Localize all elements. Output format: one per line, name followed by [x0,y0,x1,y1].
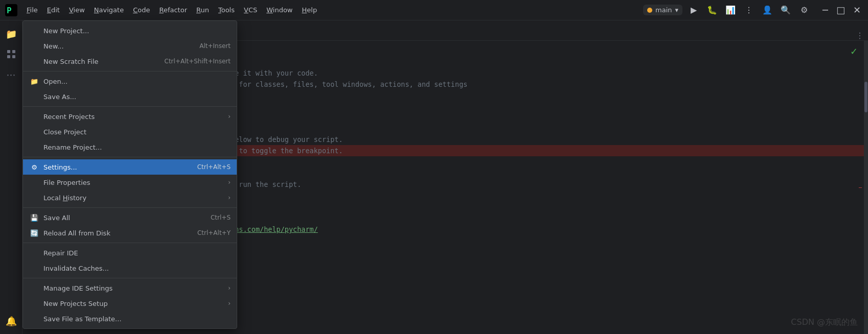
new-scratch-shortcut: Ctrl+Alt+Shift+Insert [165,58,231,65]
minimize-button[interactable]: ─ [819,5,831,15]
vertical-scrollbar[interactable] [864,41,868,334]
menu-file[interactable]: File [22,4,42,16]
menu-item-rename-project[interactable]: Rename Project... [23,139,237,155]
scrollbar-thumb[interactable] [864,82,867,112]
menu-item-file-properties[interactable]: File Properties › [23,175,237,190]
close-button[interactable]: ✕ [850,5,864,15]
run-button[interactable]: ▶ [687,3,701,17]
open-label: Open... [43,78,231,85]
save-file-as-template-icon [29,314,39,324]
account-button[interactable]: 👤 [760,3,774,17]
menu-item-local-history[interactable]: Local History › [23,190,237,205]
menu-tools[interactable]: Tools [214,4,239,16]
svg-rect-2 [7,50,10,53]
svg-rect-3 [12,50,15,53]
new-project-label: New Project... [43,27,231,35]
run-config-dot [647,8,652,13]
new-scratch-label: New Scratch File [43,58,156,65]
menu-item-save-as[interactable]: Save As... [23,89,237,104]
menu-item-new-projects-setup[interactable]: New Projects Setup › [23,296,237,311]
new-project-icon [29,26,39,36]
menu-edit[interactable]: Edit [43,4,64,16]
watermark: CSDN @东眠的鱼 [791,317,858,328]
recent-projects-arrow: › [228,113,231,120]
manage-ide-settings-arrow: › [228,284,231,292]
menu-code[interactable]: Code [129,4,154,16]
menu-item-new-scratch-file[interactable]: New Scratch File Ctrl+Alt+Shift+Insert [23,54,237,69]
menu-item-invalidate-caches[interactable]: Invalidate Caches... [23,260,237,276]
breakpoint-indicator: ─ [859,185,862,190]
window-controls: ─ □ ✕ [819,5,864,15]
no-errors-indicator: ✓ [850,46,858,57]
title-bar: P File Edit View Navigate Code Refactor … [0,0,868,20]
separator-6 [23,278,237,278]
tab-more-button[interactable]: ⋮ [856,31,864,40]
new-label: New... [43,42,191,50]
separator-4 [23,207,237,208]
menu-item-save-all[interactable]: 💾 Save All Ctrl+S [23,210,237,225]
menu-vcs[interactable]: VCS [240,4,261,16]
settings-button[interactable]: ⚙ [797,3,811,17]
settings-icon: ⚙ [29,162,39,172]
search-everywhere-button[interactable]: 🔍 [779,3,793,17]
maximize-button[interactable]: □ [833,5,848,15]
separator-1 [23,71,237,71]
recent-projects-icon [29,111,39,122]
notifications-icon[interactable]: 🔔 [2,312,20,330]
reload-all-icon: 🔄 [29,228,39,238]
menu-navigate[interactable]: Navigate [90,4,128,16]
save-file-as-template-label: Save File as Template... [43,315,231,323]
new-projects-setup-label: New Projects Setup [43,300,224,307]
save-as-icon [29,91,39,102]
menu-item-recent-projects[interactable]: Recent Projects › [23,109,237,124]
save-all-label: Save All [43,214,202,222]
structure-icon[interactable] [2,45,20,63]
save-as-label: Save As... [43,93,231,101]
file-dropdown-menu: New Project... New... Alt+Insert New Scr… [22,20,237,329]
reload-all-shortcut: Ctrl+Alt+Y [197,229,231,236]
manage-ide-settings-label: Manage IDE Settings [43,284,224,292]
run-config-name: main [655,6,672,14]
new-projects-setup-arrow: › [228,300,231,307]
profile-button[interactable]: 📊 [723,3,738,17]
app-logo: P [4,3,18,17]
rename-project-icon [29,142,39,152]
save-all-shortcut: Ctrl+S [211,214,231,221]
menu-item-repair-ide[interactable]: Repair IDE [23,245,237,260]
menu-item-close-project[interactable]: Close Project [23,124,237,139]
menu-window[interactable]: Window [262,4,296,16]
svg-rect-4 [7,55,10,58]
close-project-label: Close Project [43,128,231,136]
new-scratch-icon [29,56,39,66]
menu-item-manage-ide-settings[interactable]: Manage IDE Settings › [23,280,237,296]
file-properties-arrow: › [228,179,231,186]
main-layout: 📁 ⋯ 🔔 New Project... New... Alt+Insert N… [0,20,868,334]
local-history-label: Local History [43,194,224,202]
folder-icon[interactable]: 📁 [2,25,20,43]
separator-2 [23,106,237,107]
svg-rect-5 [12,55,15,58]
menu-item-settings[interactable]: ⚙ Settings... Ctrl+Alt+S [23,159,237,175]
menu-refactor[interactable]: Refactor [155,4,191,16]
new-icon [29,41,39,51]
svg-text:P: P [7,6,12,15]
open-icon: 📁 [29,76,39,86]
menu-item-reload-all[interactable]: 🔄 Reload All from Disk Ctrl+Alt+Y [23,225,237,241]
title-bar-right: main ▾ ▶ 🐛 📊 ⋮ 👤 🔍 ⚙ ─ □ ✕ [643,3,864,17]
menu-run[interactable]: Run [192,4,213,16]
separator-3 [23,157,237,157]
menu-item-new-project[interactable]: New Project... [23,23,237,38]
debug-button[interactable]: 🐛 [705,3,719,17]
menu-help[interactable]: Help [298,4,322,16]
file-properties-icon [29,177,39,187]
menu-view[interactable]: View [65,4,89,16]
menu-item-open[interactable]: 📁 Open... [23,74,237,89]
save-all-icon: 💾 [29,212,39,223]
menu-item-save-file-as-template[interactable]: Save File as Template... [23,311,237,326]
menu-item-new[interactable]: New... Alt+Insert [23,38,237,54]
more-services-button[interactable]: ⋮ [742,3,756,17]
separator-5 [23,243,237,243]
manage-ide-settings-icon [29,283,39,293]
more-tools-icon[interactable]: ⋯ [2,65,20,84]
run-config[interactable]: main ▾ [643,5,682,15]
